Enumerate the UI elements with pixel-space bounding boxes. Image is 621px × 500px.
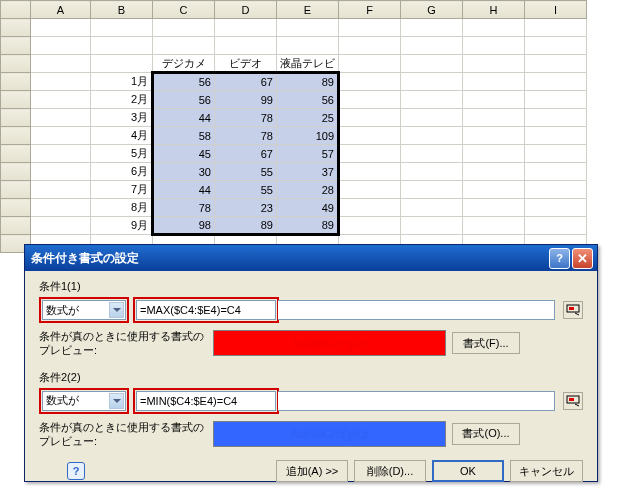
- col-header[interactable]: H: [463, 1, 525, 19]
- cell[interactable]: 58: [153, 127, 215, 145]
- cell[interactable]: 56: [277, 91, 339, 109]
- condition2-preview: AaBbCcYyZz: [213, 421, 446, 447]
- row-header[interactable]: [1, 91, 31, 109]
- condition2-label: 条件2(2): [39, 370, 583, 385]
- cell[interactable]: 2月: [91, 91, 153, 109]
- cell[interactable]: 1月: [91, 73, 153, 91]
- row-header[interactable]: [1, 217, 31, 235]
- dialog-title: 条件付き書式の設定: [31, 250, 139, 267]
- cell[interactable]: 5月: [91, 145, 153, 163]
- delete-button[interactable]: 削除(D)...: [354, 460, 426, 482]
- cell[interactable]: 98: [153, 217, 215, 235]
- formula-extension[interactable]: [278, 300, 555, 320]
- cell[interactable]: 3月: [91, 109, 153, 127]
- col-header[interactable]: E: [277, 1, 339, 19]
- cell[interactable]: 67: [215, 145, 277, 163]
- condition1-format-button[interactable]: 書式(F)...: [452, 332, 520, 354]
- help-icon[interactable]: ?: [67, 462, 85, 480]
- col-header[interactable]: D: [215, 1, 277, 19]
- cell[interactable]: 89: [277, 217, 339, 235]
- cell[interactable]: 56: [153, 91, 215, 109]
- condition1-preview: AaBbCcYyZz: [213, 330, 446, 356]
- cell[interactable]: 67: [215, 73, 277, 91]
- cell[interactable]: 89: [277, 73, 339, 91]
- cell[interactable]: 4月: [91, 127, 153, 145]
- col-header[interactable]: G: [401, 1, 463, 19]
- row-header[interactable]: [1, 19, 31, 37]
- svg-rect-3: [569, 398, 574, 401]
- condition2-type-combo[interactable]: 数式が: [42, 391, 126, 411]
- cell[interactable]: 78: [153, 199, 215, 217]
- cell[interactable]: 109: [277, 127, 339, 145]
- cell[interactable]: デジカメ: [153, 55, 215, 73]
- cell[interactable]: 37: [277, 163, 339, 181]
- conditional-formatting-dialog: 条件付き書式の設定 ? ✕ 条件1(1) 数式が =MAX($C4:$E4)=C…: [24, 244, 598, 482]
- cell[interactable]: 89: [215, 217, 277, 235]
- chevron-down-icon: [109, 302, 124, 318]
- col-header[interactable]: F: [339, 1, 401, 19]
- row-header[interactable]: [1, 163, 31, 181]
- svg-rect-1: [569, 307, 574, 310]
- col-header[interactable]: C: [153, 1, 215, 19]
- spreadsheet[interactable]: A B C D E F G H I デジカメ ビデオ 液晶テレビ 1月 56 6…: [0, 0, 587, 253]
- col-header[interactable]: I: [525, 1, 587, 19]
- cell[interactable]: 78: [215, 127, 277, 145]
- cell[interactable]: 99: [215, 91, 277, 109]
- row-header[interactable]: [1, 37, 31, 55]
- cell[interactable]: 57: [277, 145, 339, 163]
- cell[interactable]: 23: [215, 199, 277, 217]
- corner-cell[interactable]: [1, 1, 31, 19]
- col-header[interactable]: B: [91, 1, 153, 19]
- condition1-type-combo[interactable]: 数式が: [42, 300, 126, 320]
- range-picker-icon[interactable]: [563, 301, 583, 319]
- cell[interactable]: 56: [153, 73, 215, 91]
- cell[interactable]: 78: [215, 109, 277, 127]
- help-icon[interactable]: ?: [549, 248, 570, 269]
- cell[interactable]: 28: [277, 181, 339, 199]
- close-icon[interactable]: ✕: [572, 248, 593, 269]
- row-header[interactable]: [1, 109, 31, 127]
- cell[interactable]: 9月: [91, 217, 153, 235]
- row-header[interactable]: [1, 181, 31, 199]
- condition2-preview-label: 条件が真のときに使用する書式のプレビュー:: [39, 420, 207, 449]
- cell[interactable]: 55: [215, 181, 277, 199]
- cell[interactable]: 7月: [91, 181, 153, 199]
- col-header[interactable]: A: [31, 1, 91, 19]
- row-header[interactable]: [1, 145, 31, 163]
- condition2-formula-input[interactable]: =MIN($C4:$E4)=C4: [136, 391, 276, 411]
- row-header[interactable]: [1, 199, 31, 217]
- cell[interactable]: 44: [153, 109, 215, 127]
- condition1-formula-input[interactable]: =MAX($C4:$E4)=C4: [136, 300, 276, 320]
- range-picker-icon[interactable]: [563, 392, 583, 410]
- cell[interactable]: 25: [277, 109, 339, 127]
- row-header[interactable]: [1, 73, 31, 91]
- cell[interactable]: 液晶テレビ: [277, 55, 339, 73]
- cell[interactable]: 8月: [91, 199, 153, 217]
- ok-button[interactable]: OK: [432, 460, 504, 482]
- cell[interactable]: 30: [153, 163, 215, 181]
- formula-extension[interactable]: [278, 391, 555, 411]
- row-header[interactable]: [1, 127, 31, 145]
- dialog-titlebar[interactable]: 条件付き書式の設定 ? ✕: [25, 245, 597, 271]
- condition1-preview-label: 条件が真のときに使用する書式のプレビュー:: [39, 329, 207, 358]
- cell[interactable]: 6月: [91, 163, 153, 181]
- cell[interactable]: 55: [215, 163, 277, 181]
- cell[interactable]: 44: [153, 181, 215, 199]
- condition1-label: 条件1(1): [39, 279, 583, 294]
- condition2-format-button[interactable]: 書式(O)...: [452, 423, 520, 445]
- chevron-down-icon: [109, 393, 124, 409]
- row-header[interactable]: [1, 55, 31, 73]
- cell[interactable]: ビデオ: [215, 55, 277, 73]
- cancel-button[interactable]: キャンセル: [510, 460, 583, 482]
- add-button[interactable]: 追加(A) >>: [276, 460, 348, 482]
- cell[interactable]: 45: [153, 145, 215, 163]
- cell[interactable]: 49: [277, 199, 339, 217]
